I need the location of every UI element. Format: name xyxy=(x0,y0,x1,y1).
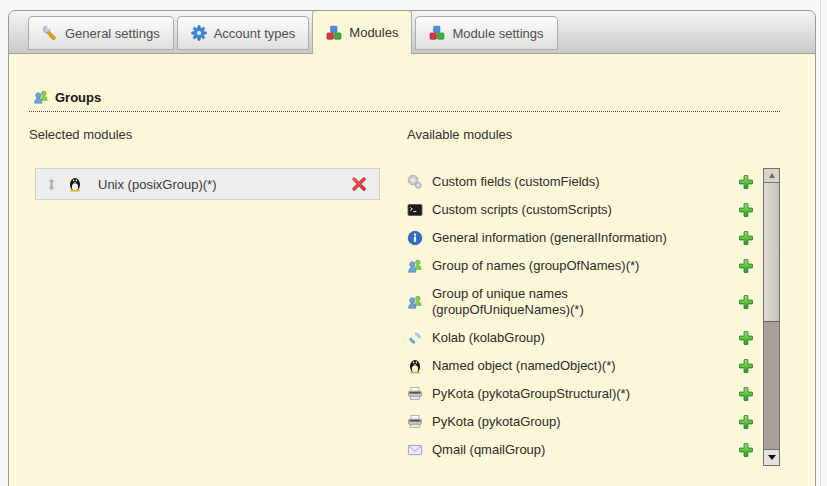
selected-modules-heading: Selected modules xyxy=(29,127,407,142)
add-icon xyxy=(738,294,754,310)
available-module-custom-fields-customfields: Custom fields (customFields) xyxy=(407,168,754,196)
scroll-up-button[interactable] xyxy=(764,169,779,183)
add-module-button[interactable] xyxy=(738,386,754,402)
module-label: Qmail (qmailGroup) xyxy=(432,442,545,458)
available-module-kolab-kolabgroup: Kolab (kolabGroup) xyxy=(407,324,754,352)
available-module-group-of-names-groupofnames: Group of names (groupOfNames)(*) xyxy=(407,252,754,280)
remove-module-button[interactable] xyxy=(351,176,367,192)
module-label: PyKota (pykotaGroupStructural)(*) xyxy=(432,386,630,402)
module-label: Group of names (groupOfNames)(*) xyxy=(432,258,639,274)
tab-account-types[interactable]: Account types xyxy=(177,16,310,50)
add-icon xyxy=(738,330,754,346)
add-module-button[interactable] xyxy=(738,202,754,218)
section-heading: Groups xyxy=(29,89,780,112)
scrollbar[interactable] xyxy=(763,168,780,466)
tab-bar: General settings Account types Modules M… xyxy=(9,11,815,54)
settings-panel: General settings Account types Modules M… xyxy=(8,10,816,486)
available-modules-heading: Available modules xyxy=(407,127,780,142)
module-label: Group of unique names (groupOfUniqueName… xyxy=(432,286,688,318)
tab-module-settings[interactable]: Module settings xyxy=(415,16,557,50)
section-title: Groups xyxy=(55,90,101,105)
add-module-button[interactable] xyxy=(738,330,754,346)
tab-icon xyxy=(191,25,207,41)
delete-icon xyxy=(351,176,367,192)
add-icon xyxy=(738,230,754,246)
add-icon xyxy=(738,202,754,218)
config-page: General settings Account types Modules M… xyxy=(0,0,827,486)
available-module-pykota-pykotagroup: PyKota (pykotaGroup) xyxy=(407,408,754,436)
scroll-track[interactable] xyxy=(764,322,779,449)
tab-label: General settings xyxy=(65,26,160,41)
drag-handle-icon[interactable] xyxy=(45,178,58,191)
module-icon xyxy=(407,386,423,402)
module-icon xyxy=(407,414,423,430)
available-modules-wrap: Custom fields (customFields) Custom scri… xyxy=(407,168,780,466)
module-icon xyxy=(407,202,423,218)
scroll-thumb[interactable] xyxy=(764,183,779,322)
module-icon xyxy=(407,258,423,274)
tab-icon xyxy=(42,25,58,41)
modules-tab-content: Groups Selected modules Unix (posixGroup… xyxy=(9,54,815,466)
tab-label: Module settings xyxy=(452,26,543,41)
scroll-down-button[interactable] xyxy=(764,449,779,465)
available-module-pykota-pykotagroupstructural: PyKota (pykotaGroupStructural)(*) xyxy=(407,380,754,408)
module-label: Custom fields (customFields) xyxy=(432,174,600,190)
tab-modules[interactable]: Modules xyxy=(312,10,412,54)
available-module-custom-scripts-customscripts: Custom scripts (customScripts) xyxy=(407,196,754,224)
available-modules-list: Custom fields (customFields) Custom scri… xyxy=(407,168,754,466)
add-module-button[interactable] xyxy=(738,294,754,310)
module-label: Kolab (kolabGroup) xyxy=(432,330,545,346)
module-label: Unix (posixGroup)(*) xyxy=(98,177,351,192)
tab-label: Modules xyxy=(349,25,398,40)
add-module-button[interactable] xyxy=(738,230,754,246)
selected-module-unix-posixgroup[interactable]: Unix (posixGroup)(*) xyxy=(35,168,380,200)
module-icon xyxy=(407,330,423,346)
available-module-named-object-namedobject: Named object (namedObject)(*) xyxy=(407,352,754,380)
module-icon xyxy=(407,294,423,310)
module-columns: Selected modules Unix (posixGroup)(*) Av… xyxy=(29,127,780,466)
module-label: Named object (namedObject)(*) xyxy=(432,358,616,374)
tab-general-settings[interactable]: General settings xyxy=(28,16,174,50)
selected-modules-list: Unix (posixGroup)(*) xyxy=(35,168,407,200)
tab-icon xyxy=(429,25,445,41)
module-icon xyxy=(407,174,423,190)
module-icon xyxy=(407,230,423,246)
arrow-down-icon xyxy=(768,455,776,460)
add-icon xyxy=(738,414,754,430)
available-module-group-of-unique-names-groupofuniquenames: Group of unique names (groupOfUniqueName… xyxy=(407,280,754,324)
module-icon xyxy=(407,442,423,458)
add-icon xyxy=(738,258,754,274)
add-icon xyxy=(738,386,754,402)
add-module-button[interactable] xyxy=(738,174,754,190)
module-label: General information (generalInformation) xyxy=(432,230,667,246)
module-icon xyxy=(67,176,83,192)
window-edge xyxy=(820,0,821,486)
add-module-button[interactable] xyxy=(738,258,754,274)
tab-label: Account types xyxy=(214,26,296,41)
add-module-button[interactable] xyxy=(738,442,754,458)
arrow-up-icon xyxy=(769,173,775,178)
add-icon xyxy=(738,442,754,458)
add-module-button[interactable] xyxy=(738,358,754,374)
add-icon xyxy=(738,174,754,190)
available-modules-column: Available modules Custom fields (customF… xyxy=(407,127,780,466)
available-module-general-information-generalinformation: General information (generalInformation) xyxy=(407,224,754,252)
tab-icon xyxy=(326,25,342,41)
module-icon xyxy=(407,358,423,374)
selected-modules-column: Selected modules Unix (posixGroup)(*) xyxy=(29,127,407,466)
add-icon xyxy=(738,358,754,374)
module-label: Custom scripts (customScripts) xyxy=(432,202,612,218)
available-module-qmail-qmailgroup: Qmail (qmailGroup) xyxy=(407,436,754,464)
module-label: PyKota (pykotaGroup) xyxy=(432,414,561,430)
groups-icon xyxy=(33,89,49,105)
add-module-button[interactable] xyxy=(738,414,754,430)
